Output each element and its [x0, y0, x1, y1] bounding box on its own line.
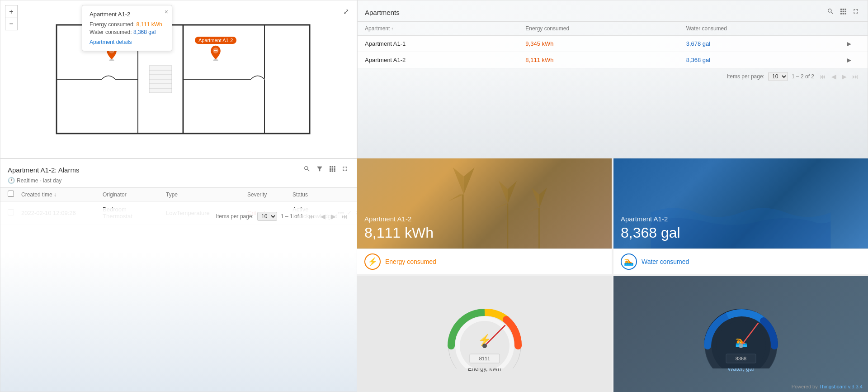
- energy-apt-name: Apartment A1-2: [364, 215, 604, 223]
- apartment-name-1: Apartment A1-1: [365, 40, 525, 47]
- metrics-grid: Apartment A1-2 8,111 kWh ⚡ Energy consum…: [357, 158, 868, 392]
- alarms-search-button[interactable]: [302, 164, 311, 175]
- energy-card-overlay: Apartment A1-2 8,111 kWh: [357, 158, 612, 249]
- water-card-bottom: 🏊 Water consumed: [613, 249, 868, 274]
- popup-energy-value: 8,111 kWh: [136, 21, 162, 28]
- apartments-expand-button[interactable]: [851, 7, 860, 18]
- popup-water-label: Water consumed:: [90, 29, 132, 35]
- popup-water-row: Water consumed: 8,368 gal: [90, 29, 165, 35]
- alarms-expand-button[interactable]: [340, 164, 349, 175]
- water-card-value: 8,368 gal: [621, 225, 861, 241]
- last-page-button[interactable]: ⏭: [850, 72, 860, 81]
- alarm-col-created[interactable]: Created time ↓: [21, 191, 103, 198]
- water-apt-name: Apartment A1-2: [621, 215, 861, 223]
- alarms-content: Apartment A1-2: Alarms: [0, 159, 357, 225]
- alarms-table-header: Created time ↓ Originator Type Severity …: [0, 187, 357, 201]
- apartment-name-2: Apartment A1-2: [365, 57, 525, 63]
- water-card-label: Water consumed: [642, 258, 689, 265]
- energy-gauge-card: ⚡ 8111 Energy, kWh: [357, 276, 612, 392]
- col-header-energy: Energy consumed: [525, 25, 686, 32]
- energy-gauge-container: ⚡ 8111 Energy, kWh: [435, 296, 534, 372]
- pagination-controls: ⏮ ◀ ▶ ⏭: [818, 72, 860, 81]
- map-popup: × Apartment A1-2 Energy consumed: 8,111 …: [82, 5, 172, 51]
- popup-close-button[interactable]: ×: [165, 8, 168, 15]
- map-expand-button[interactable]: ⤢: [340, 5, 352, 18]
- water-swim-icon: 🏊: [624, 257, 634, 267]
- alarms-actions: [302, 164, 349, 175]
- svg-rect-5: [183, 25, 264, 79]
- alarm-col-status: Status: [292, 191, 313, 198]
- prev-page-button[interactable]: ◀: [830, 72, 838, 81]
- floor-plan-area: Apartment A1-1 🛏 Apartment A1-2 🛏: [0, 0, 357, 158]
- items-per-page-select[interactable]: 10 25 50: [768, 72, 788, 81]
- apartment-row-1[interactable]: Apartment A1-1 9,345 kWh 3,678 gal ▶: [358, 36, 868, 52]
- apartments-panel-header: Apartments: [358, 0, 868, 22]
- energy-card-top: Apartment A1-2 8,111 kWh: [357, 158, 612, 249]
- svg-point-39: [482, 344, 487, 348]
- apartment-water-1: 3,678 gal: [686, 40, 847, 47]
- alarms-first-page[interactable]: ⏮: [307, 212, 317, 221]
- map-controls: + −: [5, 5, 18, 30]
- pagination-range: 1 – 2 of 2: [792, 73, 814, 80]
- energy-card-value: 8,111 kWh: [364, 225, 604, 241]
- items-per-page-label: Items per page:: [727, 73, 764, 80]
- map-zoom-in[interactable]: +: [5, 5, 18, 18]
- apartments-panel: Apartments Apartment: [357, 0, 868, 158]
- alarms-pagination-range: 1 – 1 of 1: [281, 213, 303, 220]
- alarms-next-page[interactable]: ▶: [329, 212, 338, 221]
- apartment-energy-2: 8,111 kWh: [525, 57, 686, 63]
- apartments-table: Apartment ↑ Energy consumed Water consum…: [358, 22, 868, 68]
- thingsboard-link[interactable]: Thingsboard v.3.3.4: [819, 384, 863, 389]
- apartment-row-2[interactable]: Apartment A1-2 8,111 kWh 8,368 gal ▶: [358, 52, 868, 68]
- apartment-arrow-1[interactable]: ▶: [847, 40, 860, 47]
- water-card-top: Apartment A1-2 8,368 gal: [613, 158, 868, 249]
- popup-details-link[interactable]: Apartment details: [90, 39, 165, 45]
- col-header-actions: [847, 25, 860, 32]
- alarm-header-checkbox[interactable]: [8, 191, 21, 198]
- energy-card-label: Energy consumed: [385, 258, 436, 265]
- map-zoom-out[interactable]: −: [5, 18, 18, 30]
- water-gauge-card: 🏊 8368 Water, gal Powered by Thingsboard…: [613, 276, 868, 392]
- svg-rect-6: [183, 79, 264, 134]
- alarms-last-page[interactable]: ⏭: [340, 212, 349, 221]
- energy-bolt-icon: ⚡: [368, 257, 377, 267]
- col-header-apartment[interactable]: Apartment ↑: [365, 25, 525, 32]
- next-page-button[interactable]: ▶: [840, 72, 849, 81]
- water-card-overlay: Apartment A1-2 8,368 gal: [613, 158, 868, 249]
- energy-card-bottom: ⚡ Energy consumed: [357, 249, 612, 274]
- alarms-prev-page[interactable]: ◀: [319, 212, 327, 221]
- alarms-filter-button[interactable]: [315, 164, 324, 175]
- alarms-items-select[interactable]: 10 25: [257, 212, 277, 221]
- alarm-col-originator: Originator: [103, 191, 166, 198]
- water-gauge-container: 🏊 8368 Water, gal: [691, 296, 791, 372]
- apartment-water-2: 8,368 gal: [686, 57, 847, 63]
- apartments-search-button[interactable]: [826, 7, 835, 18]
- svg-point-47: [739, 344, 743, 348]
- alarm-col-severity: Severity: [247, 191, 292, 198]
- alarms-panel: Apartment A1-2: Alarms: [0, 158, 357, 392]
- alarm-select-all-checkbox[interactable]: [8, 191, 14, 197]
- alarms-items-label: Items per page:: [216, 213, 254, 220]
- popup-water-value: 8,368 gal: [133, 29, 156, 35]
- energy-icon-circle: ⚡: [364, 253, 381, 270]
- apartments-table-header: Apartment ↑ Energy consumed Water consum…: [358, 22, 868, 36]
- popup-title: Apartment A1-2: [90, 11, 165, 18]
- apartment-arrow-2[interactable]: ▶: [847, 57, 860, 63]
- alarms-bg-decoration: [0, 252, 357, 392]
- svg-rect-7: [264, 25, 310, 134]
- popup-energy-row: Energy consumed: 8,111 kWh: [90, 21, 165, 28]
- svg-text:8111: 8111: [479, 356, 490, 361]
- alarms-columns-button[interactable]: [328, 164, 337, 175]
- water-icon-circle: 🏊: [621, 253, 637, 270]
- energy-card: Apartment A1-2 8,111 kWh ⚡ Energy consum…: [357, 158, 612, 274]
- alarms-pagination-controls: ⏮ ◀ ▶ ⏭: [307, 212, 349, 221]
- apartments-columns-button[interactable]: [839, 7, 848, 18]
- alarms-header: Apartment A1-2: Alarms: [0, 159, 357, 177]
- col-header-water: Water consumed: [686, 25, 847, 32]
- apartments-table-footer: Items per page: 10 25 50 1 – 2 of 2 ⏮ ◀ …: [358, 68, 868, 85]
- first-page-button[interactable]: ⏮: [818, 72, 828, 81]
- alarms-title: Apartment A1-2: Alarms: [8, 166, 79, 174]
- sort-arrow-icon: ↑: [391, 26, 393, 31]
- apartment-energy-1: 9,345 kWh: [525, 40, 686, 47]
- water-card: Apartment A1-2 8,368 gal 🏊 Water consume…: [613, 158, 868, 274]
